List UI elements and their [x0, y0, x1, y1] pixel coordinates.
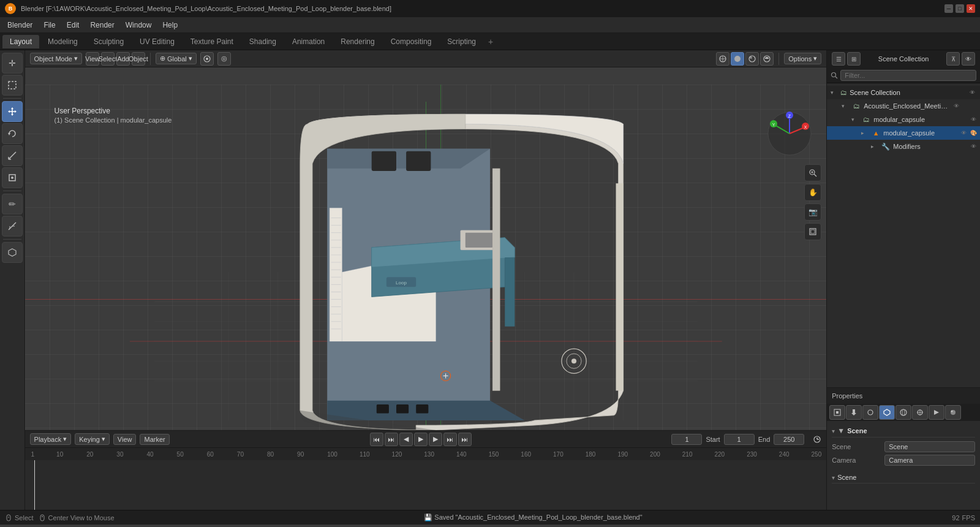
next-frame-button[interactable]: ▶ — [429, 433, 442, 446]
tab-modeling[interactable]: Modeling — [40, 35, 85, 48]
object-menu[interactable]: Object — [132, 52, 145, 66]
menu-window[interactable]: Window — [121, 20, 157, 31]
status-saved-message: 💾 Saved "Acoustic_Enclosed_Meeting_Pod_L… — [119, 514, 948, 521]
play-button[interactable]: ▶ — [414, 433, 428, 446]
jump-start-button[interactable]: ⏮ — [370, 433, 383, 446]
svg-point-23 — [749, 56, 755, 62]
outliner-content: ▾ 🗂 Scene Collection 👁 ▾ 🗂 Acoustic_Encl… — [827, 83, 980, 387]
scene-name-value[interactable]: Scene — [884, 441, 975, 452]
menu-help[interactable]: Help — [157, 20, 183, 31]
close-button[interactable]: ✕ — [967, 4, 975, 13]
viewport-shading-rendered[interactable] — [760, 52, 774, 66]
camera-value[interactable]: Camera — [884, 455, 975, 466]
move-tool-button[interactable] — [2, 101, 23, 122]
outliner-search-input[interactable] — [840, 70, 976, 81]
capsule-col-vis[interactable]: 👁 — [969, 115, 978, 124]
zoom-to-fit-button[interactable] — [804, 164, 821, 181]
svg-marker-3 — [11, 107, 13, 109]
svg-rect-69 — [396, 404, 409, 414]
cursor-tool-button[interactable]: ✛ — [2, 53, 23, 74]
add-menu[interactable]: Add — [116, 52, 130, 66]
tab-scripting[interactable]: Scripting — [440, 35, 483, 48]
prop-tab-object[interactable] — [912, 405, 928, 420]
outliner-vis-button[interactable]: 👁 — [962, 52, 975, 66]
prev-frame-button[interactable]: ◀ — [399, 433, 413, 446]
jump-end-button[interactable]: ⏭ — [458, 433, 472, 446]
menu-render[interactable]: Render — [85, 20, 119, 31]
orthographic-button[interactable] — [804, 223, 821, 240]
menu-blender[interactable]: Blender — [2, 20, 37, 31]
marker-dropdown[interactable]: Marker — [140, 434, 169, 445]
add-cube-tool-button[interactable] — [2, 242, 23, 263]
mode-dropdown[interactable]: Object Mode ▾ — [30, 53, 82, 64]
modular-capsule-col-item[interactable]: ▾ 🗂 modular_capsule 👁 — [827, 113, 980, 126]
view-menu[interactable]: View — [86, 52, 99, 66]
scale-tool-button[interactable] — [2, 145, 23, 166]
snap-button[interactable] — [200, 52, 214, 66]
jump-next-button[interactable]: ⏭ — [443, 433, 457, 446]
prop-tab-material[interactable] — [945, 405, 961, 420]
rotate-tool-button[interactable] — [2, 123, 23, 144]
prop-tab-viewlayer[interactable] — [862, 405, 878, 420]
scene-collection-header[interactable]: ▾ 🗂 Scene Collection 👁 — [827, 86, 980, 99]
end-frame-input[interactable] — [774, 434, 804, 445]
modular-capsule-obj-item[interactable]: ▸ ▲ modular_capsule 👁 🎨 — [827, 126, 980, 140]
menu-file[interactable]: File — [39, 20, 60, 31]
acoustic-collection-item[interactable]: ▾ 🗂 Acoustic_Enclosed_Meeting_Pod_ 👁 — [827, 99, 980, 113]
svg-line-8 — [9, 152, 16, 159]
select-menu[interactable]: Select — [101, 52, 115, 66]
maximize-button[interactable]: □ — [956, 4, 964, 13]
prop-tab-render[interactable] — [829, 405, 845, 420]
tab-layout[interactable]: Layout — [2, 35, 39, 48]
acoustic-vis[interactable]: 👁 — [952, 102, 960, 110]
outliner-filter-button[interactable]: ⊼ — [946, 52, 960, 66]
annotate-tool-button[interactable]: ✏ — [2, 194, 23, 214]
tab-shading[interactable]: Shading — [242, 35, 284, 48]
workspace-tabs: Layout Modeling Sculpting UV Editing Tex… — [0, 33, 980, 50]
viewport-shading-wire[interactable] — [716, 52, 729, 66]
prop-tab-scene[interactable] — [879, 405, 895, 420]
svg-point-93 — [832, 72, 836, 77]
keying-dropdown[interactable]: Keying ▾ — [75, 433, 110, 445]
minimize-button[interactable]: ─ — [944, 4, 953, 13]
menu-edit[interactable]: Edit — [62, 20, 85, 31]
add-workspace-button[interactable]: + — [484, 36, 497, 48]
camera-view-button[interactable]: 📷 — [804, 203, 821, 221]
options-dropdown[interactable]: Options ▾ — [784, 53, 821, 64]
measure-tool-button[interactable] — [2, 216, 23, 237]
obj-vis[interactable]: 👁 — [959, 129, 968, 137]
modifiers-item[interactable]: ▸ 🔧 Modifiers 👁 — [827, 140, 980, 153]
prop-tab-modifier[interactable] — [929, 405, 944, 420]
mod-vis[interactable]: 👁 — [969, 142, 978, 151]
outliner-icon-1[interactable]: ☰ — [832, 52, 845, 66]
transform-dropdown[interactable]: ⊕ Global ▾ — [156, 53, 197, 64]
hand-tool-button[interactable]: ✋ — [804, 184, 821, 201]
select-box-tool-button[interactable] — [2, 75, 23, 96]
tab-rendering[interactable]: Rendering — [333, 35, 382, 48]
tab-uv-editing[interactable]: UV Editing — [132, 35, 182, 48]
svg-rect-62 — [371, 151, 396, 171]
tab-sculpting[interactable]: Sculpting — [86, 35, 131, 48]
playback-dropdown[interactable]: Playback ▾ — [30, 433, 72, 445]
prop-tab-output[interactable] — [846, 405, 862, 420]
tab-texture-paint[interactable]: Texture Paint — [183, 35, 241, 48]
viewport-shading-material[interactable] — [745, 52, 759, 66]
tab-animation[interactable]: Animation — [285, 35, 332, 48]
obj-render[interactable]: 🎨 — [969, 129, 978, 137]
viewport-gizmo[interactable]: Z X Y — [765, 109, 814, 158]
viewport[interactable]: Loop — [25, 67, 827, 430]
tab-compositing[interactable]: Compositing — [383, 35, 439, 48]
timeline-view-dropdown[interactable]: View — [113, 434, 137, 445]
timeline-track[interactable] — [25, 460, 827, 510]
scene-section-toggle[interactable]: ▾ ▼ Scene — [832, 427, 975, 435]
viewport-shading-solid[interactable] — [731, 52, 744, 66]
transform-tool-button[interactable] — [2, 167, 23, 188]
outliner-icon-2[interactable]: ⊞ — [847, 52, 861, 66]
prop-tab-world[interactable] — [895, 405, 911, 420]
scene-col-vis[interactable]: 👁 — [968, 88, 976, 97]
proportional-edit-button[interactable]: ◎ — [217, 52, 231, 66]
start-frame-input[interactable] — [724, 434, 755, 445]
svg-point-97 — [868, 410, 873, 415]
current-frame-input[interactable] — [671, 434, 702, 445]
jump-prev-button[interactable]: ⏭ — [385, 433, 398, 446]
